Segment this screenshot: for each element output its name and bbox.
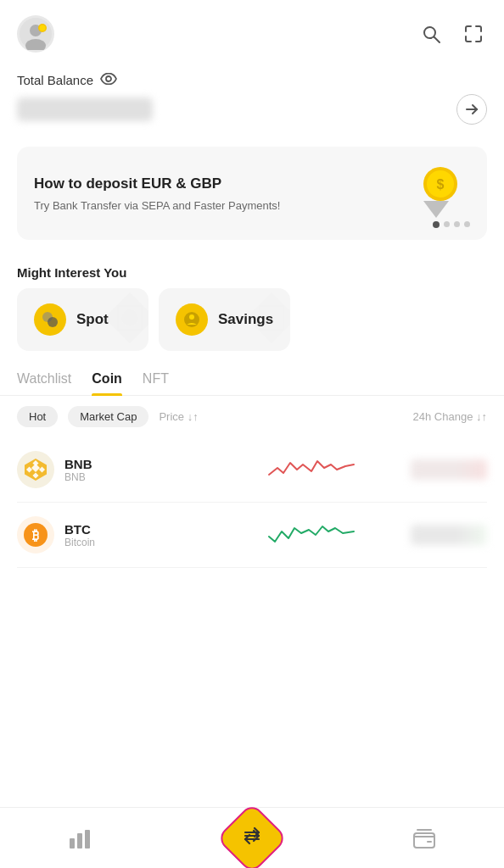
- banner-card[interactable]: How to deposit EUR & GBP Try Bank Transf…: [17, 147, 487, 240]
- bnb-price: [394, 459, 487, 480]
- header: [0, 0, 504, 61]
- btc-price-value: [411, 525, 487, 545]
- banner-title: How to deposit EUR & GBP: [34, 175, 280, 192]
- filter-hot[interactable]: Hot: [17, 406, 58, 427]
- balance-arrow-button[interactable]: [456, 94, 487, 125]
- svg-rect-28: [85, 830, 90, 849]
- filter-market-cap[interactable]: Market Cap: [68, 406, 148, 427]
- bnb-chart: [229, 449, 394, 490]
- svg-rect-27: [77, 833, 82, 849]
- interest-card-spot[interactable]: Spot: [17, 288, 148, 351]
- bnb-logo: [17, 451, 54, 488]
- markets-nav-button[interactable]: [59, 818, 100, 859]
- coin-list: BNB BNB ₿ BTC Bitcoin: [0, 437, 504, 568]
- svg-text:$: $: [437, 177, 445, 192]
- btc-logo: ₿: [17, 516, 54, 554]
- tab-watchlist[interactable]: Watchlist: [17, 371, 71, 395]
- btc-name: BTC: [64, 522, 229, 537]
- dot-2: [444, 221, 450, 227]
- swap-arrows-icon: [240, 824, 264, 853]
- spot-icon: [34, 303, 66, 336]
- banner-illustration: $: [402, 165, 470, 225]
- savings-bg-icon: [243, 289, 290, 350]
- filter-change-sort[interactable]: 24h Change ↓↑: [413, 410, 487, 423]
- banner-subtitle: Try Bank Transfer via SEPA and Faster Pa…: [34, 198, 280, 214]
- tab-coin[interactable]: Coin: [92, 371, 122, 395]
- dot-4: [464, 221, 470, 227]
- interest-cards-row: Spot Savings: [0, 288, 504, 363]
- svg-rect-33: [414, 833, 434, 848]
- eye-icon[interactable]: [100, 73, 117, 87]
- filter-row: Hot Market Cap Price ↓↑ 24h Change ↓↑: [0, 396, 504, 437]
- interest-section-title: Might Interest You: [0, 253, 504, 288]
- swap-icon-wrap: [216, 802, 288, 868]
- balance-section: Total Balance: [0, 61, 504, 133]
- bnb-info: BNB BNB: [64, 457, 229, 483]
- header-icons: [417, 20, 487, 47]
- filter-price-sort[interactable]: Price ↓↑: [159, 410, 198, 423]
- balance-row: [17, 94, 487, 125]
- svg-point-4: [40, 25, 46, 31]
- bnb-name: BNB: [64, 457, 229, 471]
- bottom-nav: [0, 807, 504, 868]
- interest-card-savings[interactable]: Savings: [159, 288, 290, 351]
- btc-ticker: Bitcoin: [64, 537, 229, 548]
- svg-point-17: [189, 314, 194, 320]
- spot-bg-icon: [101, 289, 148, 350]
- banner-text: How to deposit EUR & GBP Try Bank Transf…: [34, 175, 280, 214]
- btc-info: BTC Bitcoin: [64, 522, 229, 548]
- balance-value: [17, 97, 153, 121]
- tabs-row: Watchlist Coin NFT: [0, 363, 504, 396]
- tab-nft[interactable]: NFT: [143, 371, 169, 395]
- svg-point-15: [121, 309, 138, 326]
- savings-icon: [176, 303, 208, 336]
- dot-3: [454, 221, 460, 227]
- avatar[interactable]: [17, 15, 54, 53]
- balance-title: Total Balance: [17, 73, 93, 87]
- btc-price: [394, 525, 487, 545]
- svg-marker-12: [423, 201, 449, 218]
- dot-1: [433, 221, 440, 228]
- coin-row-bnb[interactable]: BNB BNB: [17, 437, 487, 503]
- bnb-price-value: [411, 459, 487, 480]
- svg-point-7: [106, 76, 111, 81]
- banner-dots: [433, 221, 470, 228]
- swap-nav-button[interactable]: [218, 804, 286, 869]
- svg-text:₿: ₿: [32, 528, 39, 542]
- wallet-nav-button[interactable]: [404, 818, 445, 859]
- svg-rect-26: [70, 838, 75, 849]
- svg-point-14: [48, 317, 58, 327]
- svg-line-6: [434, 37, 440, 43]
- search-button[interactable]: [417, 20, 445, 47]
- btc-chart: [229, 515, 394, 555]
- scan-button[interactable]: [460, 20, 487, 47]
- coin-row-btc[interactable]: ₿ BTC Bitcoin: [17, 503, 487, 568]
- bnb-ticker: BNB: [64, 471, 229, 483]
